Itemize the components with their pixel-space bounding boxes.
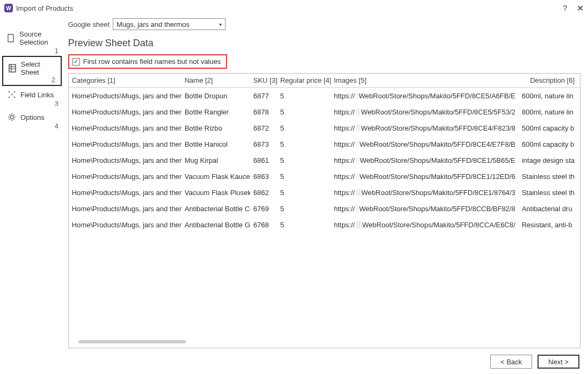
sheet-icon [9,64,17,73]
cell-image: https://WebRoot/Store/Shops/Makito/5FFD/… [331,221,519,229]
sidebar-item-num: 3 [55,100,59,107]
col-description[interactable]: Description [6] [519,76,580,84]
svg-line-22 [14,114,15,116]
cell-categories: Home\Products\Mugs, jars and thermos [69,108,182,116]
redacted-segment [356,92,358,99]
cell-sku: 6861 [250,156,277,164]
gear-icon [8,113,16,121]
cell-name: Antibacterial Bottle Gliter [182,221,250,229]
sidebar-item-label: Field Links [20,91,54,99]
first-row-checkbox-row[interactable]: ✓ First row contains field names but not… [68,54,228,69]
table-row[interactable]: Home\Products\Mugs, jars and thermosBott… [69,88,580,104]
cell-sku: 6878 [250,108,277,116]
close-icon[interactable]: ✕ [577,3,584,13]
sidebar-item-num: 1 [55,47,59,55]
cell-price: 5 [277,108,331,116]
col-sku[interactable]: SKU [3] [250,76,277,84]
cell-name: Bottle Rizbo [182,124,250,132]
cell-sku: 6873 [250,140,277,148]
links-icon [8,90,16,99]
col-images[interactable]: Images [5] [331,76,519,84]
cell-price: 5 [277,124,331,132]
cell-description: Stainless steel th [519,172,580,181]
cell-price: 5 [277,205,331,213]
cell-image: https://WebRoot/Store/Shops/Makito/5FFD/… [331,172,519,181]
cell-image: https://WebRoot/Store/Shops/Makito/5FFD/… [331,124,519,132]
cell-description: Antibacterial dru [519,205,580,213]
cell-image: https://WebRoot/Store/Shops/Makito/5FFD/… [331,189,519,197]
redacted-segment [356,140,359,148]
next-button[interactable]: Next > [538,355,579,369]
google-sheet-selected: Mugs, jars and thermos [117,20,190,28]
table-header: Categories [1] Name [2] SKU [3] Regular … [69,74,580,88]
cell-description: 500ml capacity b [519,124,580,132]
cell-categories: Home\Products\Mugs, jars and thermos [69,140,182,148]
sidebar-item-label: Select Sheet [21,60,57,76]
cell-categories: Home\Products\Mugs, jars and thermos [69,189,182,197]
svg-point-14 [10,116,13,119]
cell-name: Bottle Rangler [182,108,250,116]
cell-categories: Home\Products\Mugs, jars and thermos [69,124,182,132]
sidebar-item-label: Source Selection [19,30,60,46]
cell-description: 600ml capacity b [519,140,580,148]
svg-line-19 [9,114,10,116]
page-icon [8,34,15,42]
sidebar-item-num: 2 [52,76,55,84]
svg-rect-1 [9,64,16,72]
sidebar: Source Selection 1 Select Sheet 2 Field … [0,15,64,348]
cell-categories: Home\Products\Mugs, jars and thermos [69,92,182,100]
col-categories[interactable]: Categories [1] [69,76,182,84]
sidebar-item-options[interactable]: Options 4 [0,109,64,131]
redacted-segment [356,189,360,196]
sidebar-item-num: 4 [55,123,59,130]
cell-price: 5 [277,189,331,197]
sidebar-item-select-sheet[interactable]: Select Sheet 2 [2,56,62,86]
col-name[interactable]: Name [2] [182,76,250,84]
cell-name: Mug Kirpal [182,156,250,164]
cell-sku: 6862 [250,189,277,197]
table-row[interactable]: Home\Products\Mugs, jars and thermosBott… [69,136,580,152]
table-row[interactable]: Home\Products\Mugs, jars and thermosAnti… [69,217,580,233]
back-button[interactable]: < Back [490,355,532,369]
section-title: Preview Sheet Data [68,38,580,49]
table-row[interactable]: Home\Products\Mugs, jars and thermosBott… [69,120,580,136]
table-row[interactable]: Home\Products\Mugs, jars and thermosBott… [69,104,580,120]
table-row[interactable]: Home\Products\Mugs, jars and thermosAnti… [69,200,580,217]
cell-image: https://WebRoot/Store/Shops/Makito/5FFD/… [331,156,519,164]
redacted-segment [356,205,358,212]
help-icon[interactable]: ? [563,4,567,12]
google-sheet-select[interactable]: Mugs, jars and thermos ▾ [113,18,226,30]
cell-categories: Home\Products\Mugs, jars and thermos [69,205,182,213]
sheet-row: Google sheet Mugs, jars and thermos ▾ [68,18,580,30]
cell-image: https://WebRoot/Store/Shops/Makito/5FFD/… [331,205,519,213]
cell-description: 800ml, nature lin [519,108,580,116]
checkbox-icon[interactable]: ✓ [72,58,80,66]
table-row[interactable]: Home\Products\Mugs, jars and thermosVacu… [69,168,580,184]
cell-description: Resistant, anti-b [519,221,580,229]
sidebar-item-source-selection[interactable]: Source Selection 1 [0,26,64,56]
cell-description: Stainless steel th [519,189,580,197]
cell-price: 5 [277,221,331,229]
cell-price: 5 [277,140,331,148]
cell-sku: 6769 [250,205,277,213]
cell-categories: Home\Products\Mugs, jars and thermos [69,172,182,181]
checkbox-label: First row contains field names but not v… [83,57,221,66]
cell-price: 5 [277,172,331,181]
table-body: Home\Products\Mugs, jars and thermosBott… [69,88,580,233]
table-row[interactable]: Home\Products\Mugs, jars and thermosMug … [69,152,580,168]
cell-image: https://WebRoot/Store/Shops/Makito/5FFD/… [331,108,519,116]
svg-line-20 [14,119,15,120]
cell-sku: 6877 [250,92,277,100]
preview-table: Categories [1] Name [2] SKU [3] Regular … [68,73,580,348]
cell-sku: 6872 [250,124,277,132]
svg-rect-0 [8,34,13,42]
sidebar-item-field-links[interactable]: Field Links 3 [0,86,64,109]
horizontal-scrollbar[interactable] [78,340,186,343]
table-row[interactable]: Home\Products\Mugs, jars and thermosVacu… [69,184,580,200]
cell-categories: Home\Products\Mugs, jars and thermos [69,221,182,229]
cell-price: 5 [277,156,331,164]
cell-image: https://WebRoot/Store/Shops/Makito/5FFD/… [331,92,519,100]
cell-name: Vacuum Flask Kaucex [182,172,250,181]
content: Google sheet Mugs, jars and thermos ▾ Pr… [64,15,588,348]
col-price[interactable]: Regular price [4] [277,76,331,84]
